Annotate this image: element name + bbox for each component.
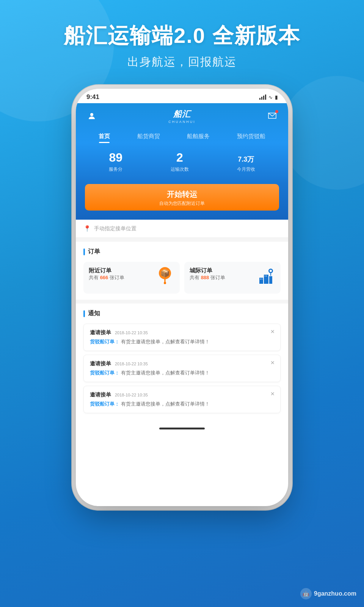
notif-2-header: 邀请接单 2018-10-22 10:35 [90,360,274,367]
location-icon: 📍 [83,225,91,232]
stat-transport-count: 2 运输次数 [171,151,189,173]
order-cards: 附近订单 共有 666 张订单 📦 [83,262,281,294]
tab-ship-service[interactable]: 船舶服务 [185,130,211,143]
wifi-icon: ∿ [268,94,273,100]
home-bar [159,428,205,429]
watermark: 🤖 9ganzhuo.com [300,588,356,599]
svg-text:📦: 📦 [160,269,170,278]
svg-rect-7 [260,278,261,280]
header-subtitle: 出身航运，回报航运 [0,54,364,70]
stat-service-score-value: 89 [109,151,122,165]
svg-rect-4 [259,278,263,284]
order-section: 订单 附近订单 共有 666 张订单 [76,242,288,300]
header-section: 船汇运输端2.0 全新版本 出身航运，回报航运 [0,0,364,70]
content-area: 📍 手动指定接单位置 订单 附近订单 共 [76,220,288,436]
notif-2-link[interactable]: 货驳船订单： [90,370,119,376]
start-transport-button[interactable]: 开始转运 自动为您匹配附近订单 [85,184,279,211]
notif-1-link[interactable]: 货驳船订单： [90,339,119,344]
svg-point-3 [164,282,166,284]
svg-rect-6 [269,276,272,284]
notif-3-body: 货驳船订单： 有货主邀请您接单，点解查看订单详情！ [90,401,274,407]
stat-service-score-label: 服务分 [109,166,122,173]
stat-monthly-revenue-value: 7.3万 [237,151,255,165]
nearby-orders-card[interactable]: 附近订单 共有 666 张订单 📦 [83,262,180,294]
stat-monthly-revenue-label: 今月营收 [237,166,255,173]
notif-item-1[interactable]: 邀请接单 2018-10-22 10:35 ✕ 货驳船订单： 有货主邀请您接单，… [83,324,281,351]
notif-1-close-button[interactable]: ✕ [270,329,275,335]
notif-2-time: 2018-10-22 10:35 [115,362,148,366]
section-title-bar [83,248,85,255]
order-section-title: 订单 [83,248,281,256]
nearby-card-row: 附近订单 共有 666 张订单 📦 [89,267,174,288]
stat-service-score: 89 服务分 [109,151,122,173]
notif-3-link[interactable]: 货驳船订单： [90,401,119,407]
app-top-bar: 船汇 CHUANHUI [85,109,279,124]
app-logo-text: 船汇 [168,109,196,120]
notif-2-body: 货驳船订单： 有货主邀请您接单，点解查看订单详情！ [90,370,274,376]
notif-3-title: 邀请接单 [90,392,111,398]
start-btn-main-text: 开始转运 [93,189,271,200]
location-bar[interactable]: 📍 手动指定接单位置 [76,220,288,238]
notif-title-bar [83,310,85,317]
city-orders-card[interactable]: 城际订单 共有 888 张订单 [184,262,281,294]
notif-item-3[interactable]: 邀请接单 2018-10-22 10:35 ✕ 货驳船订单： 有货主邀请您接单，… [83,386,281,413]
battery-icon: ▮ [275,94,278,100]
start-btn-sub-text: 自动为您匹配附近订单 [93,200,271,207]
status-time: 9:41 [86,93,99,101]
notif-1-header: 邀请接单 2018-10-22 10:35 [90,329,274,336]
stat-transport-count-value: 2 [171,151,189,165]
tab-book-ship[interactable]: 预约货驳船 [235,130,267,143]
stat-transport-count-label: 运输次数 [171,166,189,173]
city-card-title: 城际订单 [190,267,225,274]
watermark-icon: 🤖 [300,588,312,599]
start-btn-container: 开始转运 自动为您匹配附近订单 [76,184,288,220]
notif-1-body: 货驳船订单： 有货主邀请您接单，点解查看订单详情！ [90,338,274,345]
svg-point-0 [90,113,93,116]
notif-item-2[interactable]: 邀请接单 2018-10-22 10:35 ✕ 货驳船订单： 有货主邀请您接单，… [83,355,281,382]
home-indicator [76,423,288,436]
notif-2-title: 邀请接单 [90,360,111,367]
city-card-count: 共有 888 张订单 [190,274,225,281]
phone-frame: 9:41 ∿ ▮ [76,89,288,506]
stats-row: 89 服务分 2 运输次数 7.3万 今月营收 [76,143,288,184]
svg-point-12 [270,270,272,272]
tab-home[interactable]: 首页 [97,130,111,143]
app-header: 船汇 CHUANHUI 首页 船货商贸 船舶服务 预约货驳船 [76,103,288,143]
app-logo: 船汇 CHUANHUI [168,109,196,124]
status-icons: ∿ ▮ [259,94,278,100]
watermark-text: 9ganzhuo.com [314,590,356,597]
city-card-row: 城际订单 共有 888 张订单 [190,267,275,288]
message-icon[interactable] [265,109,279,123]
svg-rect-9 [265,275,265,277]
location-placeholder-text: 手动指定接单位置 [94,225,136,232]
svg-rect-8 [262,278,262,280]
nav-tabs: 首页 船货商贸 船舶服务 预约货驳船 [85,130,279,143]
phone-wrapper: 9:41 ∿ ▮ [0,89,364,506]
svg-rect-10 [266,275,267,277]
notif-section-title: 通知 [83,310,281,318]
notif-3-close-button[interactable]: ✕ [270,391,275,397]
notification-section: 通知 邀请接单 2018-10-22 10:35 ✕ 货驳船订单： 有货主邀请您… [76,304,288,423]
notif-2-close-button[interactable]: ✕ [270,360,275,366]
header-title: 船汇运输端2.0 全新版本 [0,23,364,48]
msg-badge [275,110,278,113]
nearby-card-count: 共有 666 张订单 [89,274,124,281]
notif-3-time: 2018-10-22 10:35 [115,393,148,397]
user-icon[interactable] [85,109,99,123]
signal-bars-icon [259,94,266,100]
notif-1-time: 2018-10-22 10:35 [115,330,148,335]
notif-3-header: 邀请接单 2018-10-22 10:35 [90,392,274,398]
tab-cargo-trade[interactable]: 船货商贸 [136,130,162,143]
stat-monthly-revenue: 7.3万 今月营收 [237,151,255,173]
notif-1-title: 邀请接单 [90,329,111,336]
city-card-icon [256,267,275,288]
nearby-card-title: 附近订单 [89,267,124,274]
nearby-card-icon: 📦 [155,266,174,288]
app-logo-subtext: CHUANHUI [168,120,196,124]
status-bar: 9:41 ∿ ▮ [76,89,288,103]
